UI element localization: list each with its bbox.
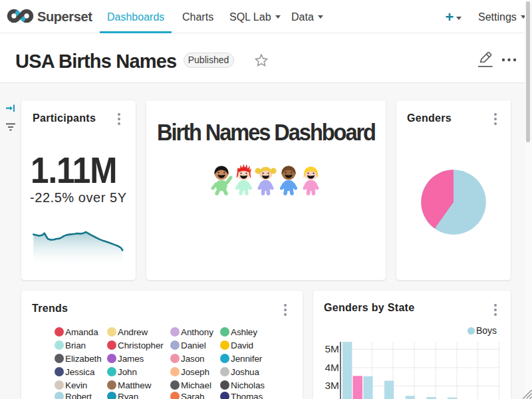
svg-text:3M: 3M (325, 380, 339, 391)
svg-text:4M: 4M (325, 362, 339, 373)
svg-text:5M: 5M (325, 343, 339, 354)
